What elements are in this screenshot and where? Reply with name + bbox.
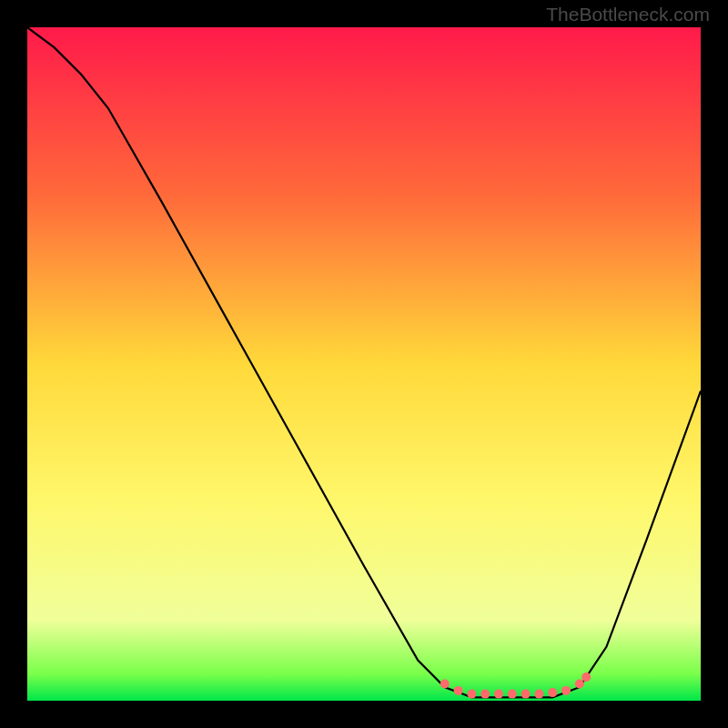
chart-background [27,27,701,701]
curve-marker [508,690,517,699]
curve-marker [480,690,490,699]
curve-marker [440,680,450,689]
curve-marker [521,690,531,699]
watermark-text: TheBottleneck.com [546,4,710,25]
curve-marker [561,686,571,695]
curve-marker [548,688,557,697]
curve-marker [494,690,503,699]
chart-container [27,27,701,701]
curve-marker [581,672,591,682]
curve-marker [534,690,543,699]
curve-marker [467,690,476,699]
curve-marker [454,686,463,695]
chart-svg [27,27,701,701]
curve-marker [575,680,584,689]
